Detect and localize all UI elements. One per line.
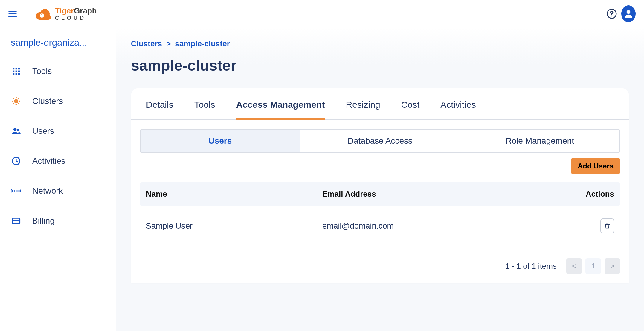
sidebar-item-activities[interactable]: Activities <box>0 146 116 176</box>
svg-rect-5 <box>16 68 17 69</box>
clock-icon <box>10 155 22 167</box>
svg-point-16 <box>16 97 17 98</box>
table-head: Name Email Address Actions <box>140 182 620 206</box>
sidebar-item-clusters[interactable]: Clusters <box>0 86 116 116</box>
svg-rect-29 <box>13 220 20 221</box>
svg-point-2 <box>611 16 612 17</box>
svg-point-21 <box>18 103 19 104</box>
brand-text: TigerGraph CLOUD <box>55 7 97 21</box>
svg-rect-10 <box>13 73 14 75</box>
tab-access-management[interactable]: Access Management <box>236 100 325 120</box>
sidebar-item-label: Users <box>32 126 54 136</box>
svg-rect-4 <box>13 68 14 69</box>
subtab-users[interactable]: Users <box>140 129 300 153</box>
subtabs: Users Database Access Role Management <box>140 129 620 153</box>
svg-point-23 <box>17 129 19 131</box>
sidebar: sample-organiza... Tools Clusters Users … <box>0 28 116 331</box>
column-header-actions: Actions <box>569 189 614 199</box>
column-header-name: Name <box>146 189 322 199</box>
tab-cost[interactable]: Cost <box>401 100 420 120</box>
breadcrumb-separator: > <box>166 39 171 48</box>
breadcrumb-root[interactable]: Clusters <box>131 39 162 48</box>
brand-word-graph: Graph <box>74 6 97 15</box>
delete-user-button[interactable] <box>600 218 614 233</box>
credit-card-icon <box>10 215 22 227</box>
svg-rect-11 <box>16 73 17 75</box>
users-table: Name Email Address Actions Sample User e… <box>140 182 620 246</box>
svg-rect-9 <box>18 71 20 72</box>
brand-logo[interactable]: TigerGraph CLOUD <box>35 7 97 21</box>
svg-point-19 <box>18 98 19 99</box>
pagination: 1 - 1 of 1 items < 1 > <box>131 246 629 283</box>
tab-tools[interactable]: Tools <box>194 100 215 120</box>
svg-point-13 <box>14 99 18 103</box>
main-content: Clusters > sample-cluster sample-cluster… <box>116 28 644 331</box>
svg-point-22 <box>13 128 17 131</box>
svg-rect-6 <box>18 68 20 69</box>
topbar: TigerGraph CLOUD <box>0 0 644 28</box>
tab-details[interactable]: Details <box>146 100 173 120</box>
avatar-icon <box>621 5 636 22</box>
subtab-role-management[interactable]: Role Management <box>460 130 619 152</box>
svg-rect-12 <box>18 73 20 75</box>
brand-word-tiger: Tiger <box>55 6 74 15</box>
subtab-database-access[interactable]: Database Access <box>300 130 460 152</box>
table-row: Sample User email@domain.com <box>140 206 620 246</box>
svg-point-18 <box>13 98 14 99</box>
svg-point-3 <box>627 10 631 14</box>
tab-activities[interactable]: Activities <box>440 100 476 120</box>
sidebar-item-label: Billing <box>32 216 55 226</box>
sidebar-item-label: Tools <box>32 66 52 76</box>
account-button[interactable] <box>621 7 636 21</box>
svg-point-20 <box>13 103 14 104</box>
sidebar-item-label: Network <box>32 186 63 196</box>
organization-selector[interactable]: sample-organiza... <box>0 28 116 56</box>
network-icon <box>10 185 22 197</box>
svg-point-25 <box>14 190 15 192</box>
tigergraph-cloud-icon <box>35 7 52 21</box>
apps-grid-icon <box>10 65 22 77</box>
page-title: sample-cluster <box>131 57 629 74</box>
sidebar-item-users[interactable]: Users <box>0 116 116 146</box>
breadcrumb: Clusters > sample-cluster <box>131 39 629 48</box>
pagination-next[interactable]: > <box>605 258 620 274</box>
sidebar-item-label: Activities <box>32 156 65 166</box>
help-icon <box>606 8 617 19</box>
svg-point-26 <box>16 190 17 192</box>
sidebar-item-billing[interactable]: Billing <box>0 206 116 236</box>
brand-word-cloud: CLOUD <box>55 15 97 21</box>
cluster-icon <box>10 95 22 107</box>
cell-email: email@domain.com <box>322 221 569 231</box>
users-icon <box>10 125 22 137</box>
column-header-email: Email Address <box>322 189 569 199</box>
pagination-info: 1 - 1 of 1 items <box>505 262 557 271</box>
trash-icon <box>604 222 611 230</box>
svg-rect-8 <box>16 71 17 72</box>
add-users-button[interactable]: Add Users <box>571 158 620 174</box>
tabs: Details Tools Access Management Resizing… <box>131 88 629 120</box>
cell-name: Sample User <box>146 221 322 231</box>
pagination-prev[interactable]: < <box>566 258 582 274</box>
sidebar-item-tools[interactable]: Tools <box>0 56 116 86</box>
svg-rect-7 <box>13 71 14 72</box>
svg-point-14 <box>12 101 13 102</box>
sidebar-item-label: Clusters <box>32 96 63 106</box>
breadcrumb-current[interactable]: sample-cluster <box>175 39 230 48</box>
svg-point-27 <box>17 190 19 192</box>
sidebar-item-network[interactable]: Network <box>0 176 116 206</box>
help-button[interactable] <box>605 7 619 21</box>
tab-resizing[interactable]: Resizing <box>346 100 380 120</box>
menu-toggle[interactable] <box>8 7 21 20</box>
svg-point-15 <box>19 101 20 102</box>
panel: Details Tools Access Management Resizing… <box>131 88 629 283</box>
pagination-page-1[interactable]: 1 <box>585 258 601 274</box>
svg-point-17 <box>16 104 17 105</box>
